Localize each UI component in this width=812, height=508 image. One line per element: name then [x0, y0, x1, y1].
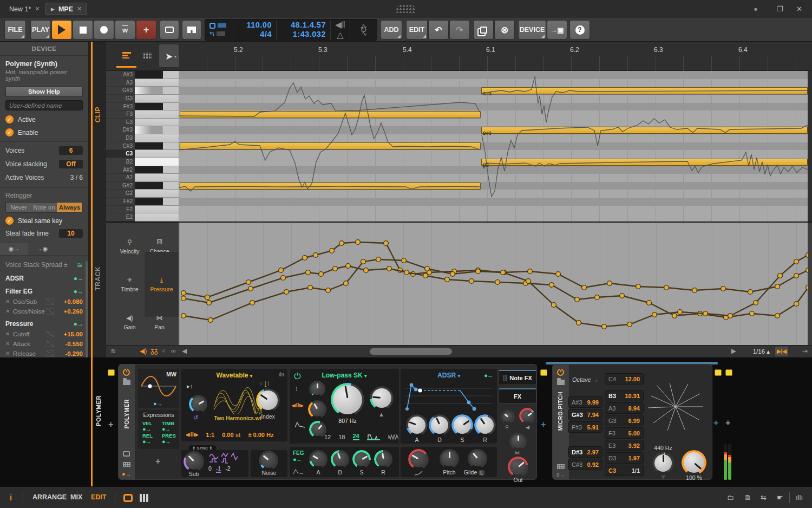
- adaptive-grid-icon[interactable]: ⇥: [802, 347, 808, 355]
- audition-icon[interactable]: ◀): [140, 347, 147, 355]
- mix-knob[interactable]: [682, 450, 706, 475]
- filter-panel[interactable]: ⏻ Low-pass SK ▾ ↕ ◂ıllı▸ 807 Hz: [290, 369, 399, 444]
- mod-target-row[interactable]: ✕Oscs/Noise+0.260: [5, 307, 83, 315]
- env-r-knob[interactable]: [474, 414, 496, 436]
- track-name-label[interactable]: POLYMER: [95, 395, 102, 426]
- piano-key[interactable]: [135, 110, 179, 119]
- noise-panel[interactable]: Noise: [251, 450, 287, 477]
- automation-curve-icons[interactable]: ∿∿: [362, 22, 367, 37]
- pitch-entry-C4[interactable]: C412.00: [605, 373, 644, 385]
- retrigger-options[interactable]: NeverNote onAlways: [5, 202, 83, 213]
- mod-source-row[interactable]: Filter EG●→: [5, 287, 83, 296]
- filter-type-selector[interactable]: Low-pass SK ▾: [290, 372, 399, 379]
- piano-key-row[interactable]: F#2: [106, 198, 179, 206]
- voice-stacking-value[interactable]: Off: [59, 160, 83, 168]
- transport-modes[interactable]: ⇆: [205, 19, 233, 40]
- filter-resonance-knob[interactable]: [370, 386, 394, 410]
- add-device-button[interactable]: +: [108, 420, 113, 429]
- piano-key[interactable]: [135, 142, 179, 151]
- filter-cutoff-knob[interactable]: [331, 383, 364, 416]
- piano-key-row[interactable]: B2: [106, 158, 179, 166]
- mod-arrow-icon[interactable]: ●→: [74, 275, 83, 282]
- pitch-entry-A3[interactable]: A38.94: [605, 402, 644, 414]
- punch-in-icon[interactable]: ◀‖: [335, 19, 345, 30]
- sub-knob[interactable]: [184, 451, 204, 472]
- note-link-icon[interactable]: ∞: [171, 347, 176, 355]
- piano-key-row[interactable]: F#3: [106, 103, 179, 111]
- undo-button[interactable]: ↶: [428, 20, 449, 40]
- mod-target-row[interactable]: ✕Release-0.290: [5, 349, 83, 357]
- note-list-view-tab[interactable]: [116, 44, 136, 68]
- piano-key-row[interactable]: G2: [106, 190, 179, 198]
- mod-arrow-icon[interactable]: ●→: [74, 288, 83, 295]
- fill-mode-button[interactable]: [182, 20, 201, 40]
- io-routing-icon[interactable]: ⇆: [761, 493, 767, 502]
- remove-icon[interactable]: ✕: [5, 298, 13, 304]
- remove-icon[interactable]: ✕: [5, 331, 13, 337]
- mix-view-tab[interactable]: MIX: [70, 493, 82, 501]
- filter-spread-icon[interactable]: ↕: [295, 385, 298, 392]
- curve-icon[interactable]: [47, 331, 54, 337]
- mod-arrow-icon[interactable]: ●→: [74, 320, 83, 328]
- piano-key[interactable]: [135, 158, 179, 166]
- expression-mod-timb[interactable]: TIMB●→: [162, 421, 176, 432]
- voices-value[interactable]: 6: [59, 146, 83, 155]
- wavetable-display[interactable]: [213, 380, 263, 414]
- piano-key[interactable]: [135, 103, 179, 111]
- adsr-type-selector[interactable]: ADSR ▾: [401, 372, 497, 379]
- pan-knob[interactable]: [509, 433, 527, 450]
- pitch-entry-F3[interactable]: F35.00: [605, 427, 644, 439]
- piano-key-row[interactable]: C3: [106, 150, 179, 158]
- automation-write-button[interactable]: w: [115, 20, 135, 40]
- project-tab[interactable]: New 1* ✕: [4, 3, 45, 15]
- slope-icon-2[interactable]: [388, 434, 398, 440]
- mod-amount-value[interactable]: -0.550: [57, 341, 83, 347]
- track-mode-tab[interactable]: TRACK: [94, 266, 102, 291]
- piano-key[interactable]: [135, 150, 179, 158]
- device-name-label[interactable]: POLYMER: [123, 399, 130, 428]
- retrigger-option-always[interactable]: Always: [57, 203, 82, 212]
- snap-toggle[interactable]: ▶|◀: [775, 347, 788, 356]
- piano-key-row[interactable]: C#3: [106, 142, 179, 151]
- insert-device-button[interactable]: →▣: [547, 20, 567, 40]
- piano-key-row[interactable]: G#3: [106, 87, 179, 95]
- clip-mode-tab[interactable]: CLIP: [94, 107, 102, 122]
- note-grid[interactable]: G#3D#3B2: [179, 71, 808, 222]
- env-s-knob[interactable]: [352, 450, 371, 468]
- device-menu-button[interactable]: DEVICE: [518, 20, 546, 40]
- env-d-knob[interactable]: [331, 450, 349, 468]
- piano-key-row[interactable]: A2: [106, 174, 179, 182]
- mod-amount-value[interactable]: +0.260: [57, 308, 83, 315]
- glide-knob[interactable]: [468, 449, 487, 468]
- unison-icon[interactable]: ılıı: [278, 372, 284, 377]
- piano-key-row[interactable]: F2: [106, 206, 179, 214]
- song-time-value[interactable]: 1:43.032: [293, 30, 326, 39]
- edit-menu-button[interactable]: EDIT: [406, 20, 428, 40]
- slope-icon-1[interactable]: [367, 434, 380, 440]
- remove-icon[interactable]: ✕: [5, 341, 13, 347]
- adsr-modulator-panel[interactable]: ADSR ▾ ●→ ADSR: [401, 369, 497, 444]
- keytrack-bars-icon[interactable]: ◂ıllı▸: [186, 431, 198, 438]
- pitch-entry-C#3[interactable]: C#30.92: [568, 459, 603, 470]
- piano-key-row[interactable]: D3: [106, 134, 179, 142]
- clip-launcher-record-button[interactable]: [160, 20, 179, 40]
- piano-key-row[interactable]: D#3: [106, 126, 179, 134]
- adsr-mod-route-icon[interactable]: ●→: [484, 372, 493, 379]
- next-arrow-icon[interactable]: ▶: [731, 347, 736, 355]
- remove-icon[interactable]: ✕: [5, 350, 13, 356]
- fx-button[interactable]: FX: [499, 388, 536, 403]
- env-s-knob[interactable]: [451, 414, 473, 436]
- device-collapsed-indicator[interactable]: [725, 369, 732, 376]
- timbre-lane-button[interactable]: ☀Timbre: [115, 270, 145, 298]
- osc-ratio-value[interactable]: 1:1: [206, 432, 214, 438]
- filter-keytrack-knob[interactable]: [308, 400, 326, 419]
- mod-source-row[interactable]: Pressure●→: [5, 320, 83, 328]
- note-fx-button[interactable]: Note FX: [499, 370, 536, 385]
- piano-key[interactable]: [135, 119, 179, 127]
- grid-resolution-value[interactable]: 1/16 ▴: [753, 348, 770, 355]
- timeline-ruler[interactable]: 5.25.35.46.16.26.36.4: [179, 42, 808, 71]
- power-icon[interactable]: [557, 369, 564, 376]
- mix-value[interactable]: 100 %: [682, 474, 706, 481]
- help-button[interactable]: ?: [569, 20, 590, 40]
- info-icon[interactable]: i: [10, 493, 12, 502]
